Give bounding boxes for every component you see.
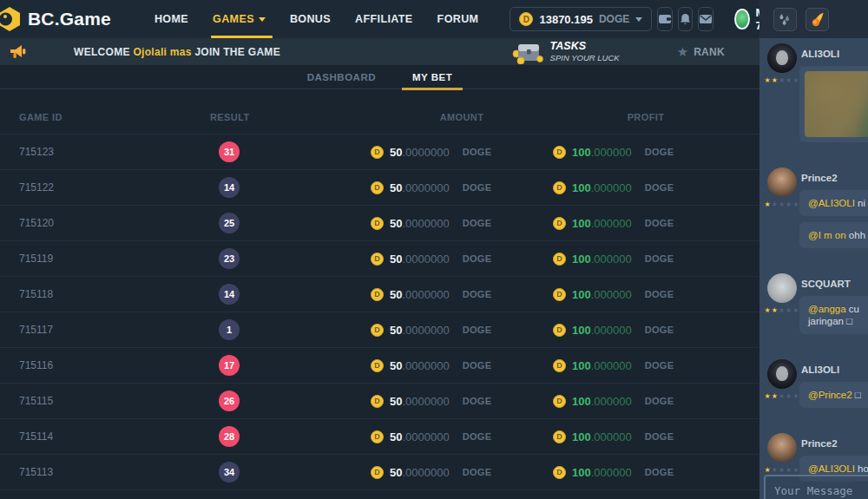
bet-table-header: GAME ID RESULT AMOUNT PROFIT <box>0 89 760 135</box>
bell-icon <box>679 13 692 26</box>
chat-username[interactable]: ALI3OLI <box>801 364 868 375</box>
doge-coin-icon: D <box>553 217 566 230</box>
amount-cell: D 50.0000000 DOGE <box>371 146 553 159</box>
fireball-button[interactable] <box>806 8 829 31</box>
result-badge: 34 <box>219 462 240 483</box>
chat-message-content: ALI3OLI @Prince2 □ <box>799 359 868 414</box>
tasks-title: TASKS <box>550 42 620 51</box>
chat-text-bubble: @I m on ohh <box>799 222 868 248</box>
messages-button[interactable] <box>698 7 713 31</box>
bet-table-row[interactable]: 715116 17 D 50.0000000 DOGE D 100.000000… <box>0 348 760 384</box>
doge-coin-icon: D <box>553 359 566 372</box>
chat-avatar[interactable] <box>767 43 797 73</box>
mention-link[interactable]: @I m on <box>808 230 846 240</box>
amount-currency: DOGE <box>463 253 492 264</box>
tab-dashboard[interactable]: DASHBOARD <box>295 65 388 89</box>
mention-link[interactable]: @Prince2 <box>808 390 852 400</box>
amount-currency: DOGE <box>463 182 492 193</box>
bet-table-row[interactable]: 715122 14 D 50.0000000 DOGE D 100.000000… <box>0 170 760 206</box>
chat-username[interactable]: SCQUART <box>801 279 868 289</box>
chat-avatar[interactable] <box>767 167 797 197</box>
chat-avatar[interactable] <box>767 359 797 389</box>
chevron-down-icon <box>635 17 642 22</box>
rank-widget[interactable]: ★ RANK <box>677 45 725 58</box>
brand-logo[interactable]: BC.Game <box>2 6 111 32</box>
fireball-icon <box>810 12 825 27</box>
amount-cell: D 50.0000000 DOGE <box>371 217 553 230</box>
star-icon: ★ <box>677 45 688 58</box>
chat-image[interactable] <box>805 71 868 137</box>
bet-table-row[interactable]: 715113 34 D 50.0000000 DOGE D 100.000000… <box>0 455 760 490</box>
mention-link[interactable]: @angga <box>808 304 846 314</box>
profit-currency: DOGE <box>645 325 674 335</box>
amount-cell: D 50.0000000 DOGE <box>371 324 553 337</box>
mention-link[interactable]: @ALI3OLI <box>808 463 855 474</box>
user-star-rating: ★★★★★ <box>765 76 800 84</box>
chat-sidebar: ★★★★★ ALI3OLI ★★★★★ Prince2 @ALI3OLI ni@… <box>760 0 868 499</box>
result-badge: 14 <box>219 284 240 305</box>
bet-table-body: 715123 31 D 50.0000000 DOGE D 100.000000… <box>0 135 760 490</box>
bet-table-row[interactable]: 715119 23 D 50.0000000 DOGE D 100.000000… <box>0 241 760 277</box>
nav-home[interactable]: HOME <box>142 0 201 38</box>
game-id: 715117 <box>19 324 210 336</box>
col-amount: AMOUNT <box>371 112 553 122</box>
wallet-button[interactable] <box>657 7 673 31</box>
amount-cell: D 50.0000000 DOGE <box>371 466 553 479</box>
doge-coin-icon: D <box>371 253 384 266</box>
game-id: 715123 <box>19 146 210 158</box>
amount-currency: DOGE <box>463 289 492 299</box>
profit-currency: DOGE <box>645 360 674 371</box>
rain-button[interactable] <box>773 8 797 31</box>
doge-coin-icon: D <box>553 181 566 194</box>
game-id: 715122 <box>19 181 210 194</box>
bet-table-row[interactable]: 715117 1 D 50.0000000 DOGE D 100.000000 … <box>0 312 760 348</box>
amount-cell: D 50.0000000 DOGE <box>371 181 553 194</box>
chat-username[interactable]: ALI3OLI <box>801 49 868 59</box>
nav-games[interactable]: GAMES <box>201 0 278 38</box>
chat-username[interactable]: Prince2 <box>801 173 868 183</box>
chat-input[interactable] <box>774 484 868 497</box>
profit-currency: DOGE <box>645 182 674 193</box>
bet-table-row[interactable]: 715115 26 D 50.0000000 DOGE D 100.000000… <box>0 384 760 419</box>
chat-message: ★★★★★ ALI3OLI <box>765 43 868 148</box>
my-bet-table: GAME ID RESULT AMOUNT PROFIT 715123 31 D… <box>0 89 760 499</box>
bet-table-row[interactable]: 715114 28 D 50.0000000 DOGE D 100.000000… <box>0 419 760 455</box>
chat-username[interactable]: Prince2 <box>801 438 868 449</box>
star-icon: ★ <box>779 200 786 208</box>
chat-message: ★★★★★ SCQUART @angga cujaringan □ <box>765 273 868 340</box>
doge-coin-icon: D <box>553 324 566 337</box>
welcome-prefix: WELCOME <box>74 46 130 58</box>
nav-forum[interactable]: FORUM <box>425 0 491 38</box>
profit-cell: D 100.000000 DOGE <box>553 430 739 443</box>
star-icon: ★ <box>765 200 772 208</box>
star-icon: ★ <box>765 76 772 84</box>
mention-link[interactable]: @ALI3OLI <box>808 198 855 208</box>
notifications-button[interactable] <box>678 7 693 31</box>
tab-my-bet[interactable]: MY BET <box>400 65 464 89</box>
balance-selector[interactable]: D 13870.195 DOGE <box>510 7 652 31</box>
chat-bubbles: @angga cujaringan □ <box>799 296 868 334</box>
doge-coin-icon: D <box>371 146 384 159</box>
megaphone-icon <box>10 45 27 59</box>
bet-table-row[interactable]: 715120 25 D 50.0000000 DOGE D 100.000000… <box>0 206 760 241</box>
chat-avatar[interactable] <box>767 433 797 463</box>
doge-coin-icon: D <box>371 181 384 194</box>
chat-avatar[interactable] <box>767 273 797 303</box>
profit-cell: D 100.000000 DOGE <box>553 324 739 337</box>
chat-message: ★★★★★ Prince2 @ALI3OLI ni@I m on ohh <box>765 167 868 254</box>
nav-bonus[interactable]: BONUS <box>278 0 343 38</box>
star-icon: ★ <box>765 466 772 474</box>
game-id: 715113 <box>19 466 210 478</box>
profit-currency: DOGE <box>645 253 674 264</box>
nav-affiliate[interactable]: AFFILIATE <box>343 0 425 38</box>
chat-message: ★★★★★ ALI3OLI @Prince2 □ <box>765 359 868 414</box>
bet-table-row[interactable]: 715118 14 D 50.0000000 DOGE D 100.000000… <box>0 277 760 312</box>
doge-coin-icon: D <box>553 430 566 443</box>
bet-table-row[interactable]: 715123 31 D 50.0000000 DOGE D 100.000000… <box>0 135 760 170</box>
game-id: 715115 <box>19 395 210 407</box>
amount-cell: D 50.0000000 DOGE <box>371 253 553 266</box>
chat-bubbles: @Prince2 □ <box>799 382 868 408</box>
chat-message-meta: ★★★★★ <box>765 43 799 148</box>
tasks-widget[interactable]: TASKS SPIN YOUR LUCK <box>512 40 620 64</box>
chat-message-meta: ★★★★★ <box>765 359 799 414</box>
